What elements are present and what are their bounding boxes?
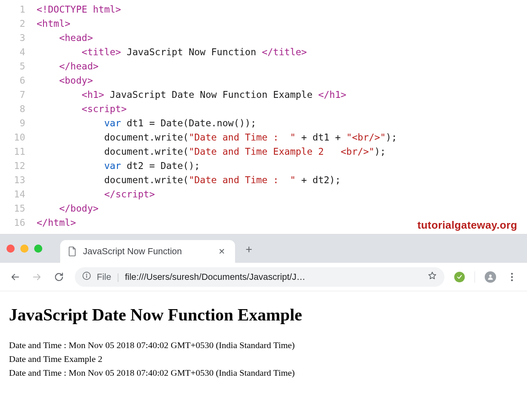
- profile-button[interactable]: [485, 271, 496, 283]
- code-content: var dt2 = Date();: [37, 159, 200, 173]
- code-line: 8 <script>: [0, 102, 527, 116]
- svg-point-6: [511, 279, 513, 281]
- code-content: </script>: [37, 187, 155, 201]
- line-number: 8: [0, 102, 37, 116]
- page-heading: JavaScript Date Now Function Example: [9, 305, 518, 325]
- code-content: <h1> JavaScript Date Now Function Exampl…: [37, 88, 346, 102]
- line-number: 15: [0, 201, 37, 216]
- code-line: 4 <title> JavaScript Now Function </titl…: [0, 45, 527, 59]
- code-line: 5 </head>: [0, 59, 527, 74]
- svg-rect-2: [86, 275, 87, 277]
- code-line: 12 var dt2 = Date();: [0, 159, 527, 173]
- svg-point-3: [489, 275, 492, 277]
- code-line: 13 document.write("Date and Time : " + d…: [0, 173, 527, 187]
- watermark: tutorialgateway.org: [418, 219, 518, 232]
- close-window-button[interactable]: [7, 245, 15, 253]
- line-number: 2: [0, 17, 37, 31]
- info-icon: [82, 271, 91, 283]
- svg-point-4: [511, 273, 513, 274]
- line-number: 13: [0, 173, 37, 187]
- back-button[interactable]: [9, 271, 21, 283]
- reload-button[interactable]: [53, 271, 65, 283]
- extension-badge[interactable]: [454, 272, 465, 282]
- code-content: <title> JavaScript Now Function </title>: [37, 45, 307, 59]
- maximize-window-button[interactable]: [34, 245, 42, 253]
- code-content: <html>: [37, 17, 70, 31]
- svg-point-1: [86, 274, 87, 275]
- tab-strip: JavaScript Now Function ✕ +: [0, 234, 527, 263]
- omnibox-url: file:///Users/suresh/Documents/Javascrip…: [125, 272, 422, 282]
- code-content: </head>: [37, 59, 98, 74]
- code-line: 11 document.write("Date and Time Example…: [0, 145, 527, 159]
- line-number: 16: [0, 216, 37, 230]
- window-controls: [7, 245, 42, 253]
- code-content: document.write("Date and Time : " + dt2)…: [37, 173, 341, 187]
- code-editor: 1<!DOCTYPE html>2<html>3 <head>4 <title>…: [0, 0, 527, 234]
- omnibox-scheme: File: [97, 272, 111, 282]
- code-content: </html>: [37, 216, 76, 230]
- code-line: 14 </script>: [0, 187, 527, 201]
- code-line: 2<html>: [0, 17, 527, 31]
- code-line: 3 <head>: [0, 31, 527, 45]
- omnibox-separator: |: [117, 272, 119, 282]
- output-line-1: Date and Time : Mon Nov 05 2018 07:40:02…: [9, 338, 518, 352]
- new-tab-button[interactable]: +: [246, 244, 252, 255]
- browser-tab[interactable]: JavaScript Now Function ✕: [60, 240, 235, 263]
- forward-button[interactable]: [31, 271, 43, 283]
- code-line: 6 <body>: [0, 74, 527, 88]
- address-bar[interactable]: File | file:///Users/suresh/Documents/Ja…: [75, 267, 444, 287]
- code-line: 1<!DOCTYPE html>: [0, 2, 527, 17]
- line-number: 4: [0, 45, 37, 59]
- line-number: 11: [0, 145, 37, 159]
- output-line-2: Date and Time Example 2: [9, 352, 518, 366]
- code-content: <head>: [37, 31, 93, 45]
- close-tab-button[interactable]: ✕: [218, 247, 225, 256]
- page-icon: [68, 247, 76, 256]
- page-content: JavaScript Date Now Function Example Dat…: [0, 291, 527, 394]
- line-number: 5: [0, 59, 37, 74]
- browser-toolbar: File | file:///Users/suresh/Documents/Ja…: [0, 263, 527, 291]
- code-content: </body>: [37, 201, 98, 216]
- kebab-menu-button[interactable]: [506, 271, 518, 283]
- code-line: 9 var dt1 = Date(Date.now());: [0, 116, 527, 130]
- browser-window: JavaScript Now Function ✕ + File | file:…: [0, 234, 527, 394]
- code-line: 10 document.write("Date and Time : " + d…: [0, 130, 527, 145]
- output-line-3: Date and Time : Mon Nov 05 2018 07:40:02…: [9, 366, 518, 380]
- line-number: 12: [0, 159, 37, 173]
- code-content: document.write("Date and Time Example 2 …: [37, 145, 386, 159]
- line-number: 7: [0, 88, 37, 102]
- svg-point-5: [511, 276, 513, 277]
- star-icon[interactable]: [427, 271, 437, 283]
- line-number: 6: [0, 74, 37, 88]
- code-line: 15 </body>: [0, 201, 527, 216]
- line-number: 10: [0, 130, 37, 145]
- code-content: <script>: [37, 102, 127, 116]
- minimize-window-button[interactable]: [20, 245, 28, 253]
- code-content: document.write("Date and Time : " + dt1 …: [37, 130, 397, 145]
- tab-title: JavaScript Now Function: [83, 246, 212, 257]
- code-content: <!DOCTYPE html>: [37, 2, 121, 17]
- toolbar-divider: [475, 271, 475, 283]
- code-content: var dt1 = Date(Date.now());: [37, 116, 256, 130]
- code-line: 7 <h1> JavaScript Date Now Function Exam…: [0, 88, 527, 102]
- line-number: 1: [0, 2, 37, 17]
- line-number: 14: [0, 187, 37, 201]
- code-content: <body>: [37, 74, 93, 88]
- line-number: 3: [0, 31, 37, 45]
- line-number: 9: [0, 116, 37, 130]
